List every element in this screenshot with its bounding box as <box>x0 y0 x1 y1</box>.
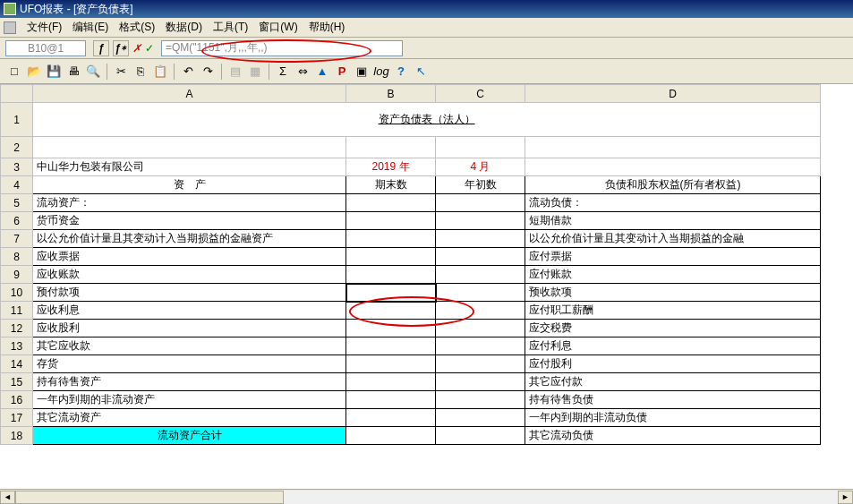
cell[interactable] <box>33 137 346 158</box>
cell[interactable] <box>346 137 436 158</box>
cell[interactable]: 预收款项 <box>525 284 821 302</box>
cell[interactable]: 预付款项 <box>33 284 346 302</box>
new-icon[interactable]: □ <box>5 63 23 81</box>
cell[interactable] <box>346 337 436 355</box>
cell[interactable] <box>346 230 436 248</box>
cell[interactable] <box>346 266 436 284</box>
row-header[interactable]: 10 <box>1 284 33 302</box>
star-icon[interactable]: ▣ <box>353 63 371 81</box>
cell[interactable] <box>346 355 436 373</box>
col-header-c[interactable]: C <box>436 85 525 103</box>
cell[interactable] <box>436 248 525 266</box>
undo-icon[interactable]: ↶ <box>179 63 197 81</box>
scroll-left-icon[interactable]: ◄ <box>0 491 15 504</box>
row-header[interactable]: 5 <box>1 194 33 212</box>
cell[interactable] <box>346 248 436 266</box>
cell[interactable]: 持有待售资产 <box>33 373 346 391</box>
cell[interactable] <box>436 320 525 337</box>
print-icon[interactable]: 🖶 <box>64 63 82 81</box>
scroll-right-icon[interactable]: ► <box>838 491 853 504</box>
row-header[interactable]: 14 <box>1 355 33 373</box>
cell[interactable] <box>436 373 525 391</box>
cell[interactable] <box>346 302 436 320</box>
cell[interactable]: 应付票据 <box>525 248 821 266</box>
cut-icon[interactable]: ✂ <box>112 63 130 81</box>
selected-cell-b10[interactable] <box>346 284 436 302</box>
col-header-d[interactable]: D <box>525 85 821 103</box>
horizontal-scrollbar[interactable]: ◄ ► <box>0 489 853 504</box>
cell[interactable] <box>436 409 525 427</box>
row-header[interactable]: 9 <box>1 266 33 284</box>
row-header[interactable]: 13 <box>1 337 33 355</box>
cell[interactable]: 应收利息 <box>33 302 346 320</box>
row-header[interactable]: 4 <box>1 176 33 194</box>
cell[interactable] <box>525 137 821 158</box>
row-header[interactable]: 3 <box>1 158 33 176</box>
cell[interactable]: 其它应付款 <box>525 373 821 391</box>
cell[interactable] <box>436 355 525 373</box>
paste-icon[interactable]: 📋 <box>151 63 169 81</box>
redo-icon[interactable]: ↷ <box>199 63 217 81</box>
cell[interactable]: 一年内到期的非流动资产 <box>33 391 346 409</box>
scroll-thumb[interactable] <box>15 491 284 504</box>
menu-tool[interactable]: 工具(T) <box>208 18 253 37</box>
cell[interactable] <box>436 137 525 158</box>
delta-icon[interactable]: ▲ <box>313 63 331 81</box>
header-liab[interactable]: 负债和股东权益(所有者权益) <box>525 176 821 194</box>
cell[interactable]: 流动资产： <box>33 194 346 212</box>
cell[interactable] <box>346 427 436 445</box>
box2-icon[interactable]: ▦ <box>246 63 264 81</box>
corner-header[interactable] <box>1 85 33 103</box>
cell[interactable] <box>436 266 525 284</box>
cell[interactable] <box>436 302 525 320</box>
cell[interactable] <box>436 427 525 445</box>
cell[interactable]: 以公允价值计量且其变动计入当期损益的金融资产 <box>33 230 346 248</box>
cell[interactable] <box>436 391 525 409</box>
month-cell[interactable]: 4 月 <box>436 158 525 176</box>
cell[interactable]: 应收账款 <box>33 266 346 284</box>
cell[interactable] <box>436 230 525 248</box>
box1-icon[interactable]: ▤ <box>226 63 244 81</box>
cell[interactable] <box>346 212 436 230</box>
company-cell[interactable]: 中山华力包装有限公司 <box>33 158 346 176</box>
row-header[interactable]: 2 <box>1 137 33 158</box>
cell[interactable]: 应付股利 <box>525 355 821 373</box>
sheet-title[interactable]: 资产负债表（法人） <box>33 103 821 137</box>
cell[interactable]: 短期借款 <box>525 212 821 230</box>
row-header[interactable]: 11 <box>1 302 33 320</box>
menu-format[interactable]: 格式(S) <box>114 18 160 37</box>
row-header[interactable]: 18 <box>1 427 33 445</box>
header-asset[interactable]: 资 产 <box>33 176 346 194</box>
copy-icon[interactable]: ⎘ <box>132 63 149 81</box>
open-icon[interactable]: 📂 <box>25 63 43 81</box>
preview-icon[interactable]: 🔍 <box>84 63 102 81</box>
cell-reference-box[interactable]: B10@1 <box>5 40 86 56</box>
cell[interactable]: 持有待售负债 <box>525 391 821 409</box>
cancel-formula-icon[interactable]: ✗ <box>132 42 141 55</box>
row-header[interactable]: 16 <box>1 391 33 409</box>
cell[interactable] <box>346 320 436 337</box>
cell[interactable] <box>346 409 436 427</box>
fx-ref-icon[interactable]: ƒ∗ <box>113 40 129 56</box>
cell[interactable]: 其它流动资产 <box>33 409 346 427</box>
cell[interactable] <box>346 391 436 409</box>
cell[interactable]: 应付账款 <box>525 266 821 284</box>
row-header[interactable]: 6 <box>1 212 33 230</box>
cell[interactable] <box>436 194 525 212</box>
row-header[interactable]: 15 <box>1 373 33 391</box>
row-header[interactable]: 8 <box>1 248 33 266</box>
formula-input[interactable]: =QM("1151",月,,,年,,) <box>161 40 403 56</box>
cell[interactable] <box>525 158 821 176</box>
cell[interactable]: 一年内到期的非流动负债 <box>525 409 821 427</box>
cursor-icon[interactable]: ↖ <box>412 63 430 81</box>
menu-help[interactable]: 帮助(H) <box>303 18 351 37</box>
menu-edit[interactable]: 编辑(E) <box>67 18 114 37</box>
row-header[interactable]: 7 <box>1 230 33 248</box>
header-end[interactable]: 期末数 <box>346 176 436 194</box>
col-header-a[interactable]: A <box>33 85 346 103</box>
p-icon[interactable]: P <box>333 63 351 81</box>
cell[interactable]: 其它流动负债 <box>525 427 821 445</box>
menu-window[interactable]: 窗口(W) <box>253 18 303 37</box>
save-icon[interactable]: 💾 <box>45 63 63 81</box>
cell[interactable]: 其它应收款 <box>33 337 346 355</box>
